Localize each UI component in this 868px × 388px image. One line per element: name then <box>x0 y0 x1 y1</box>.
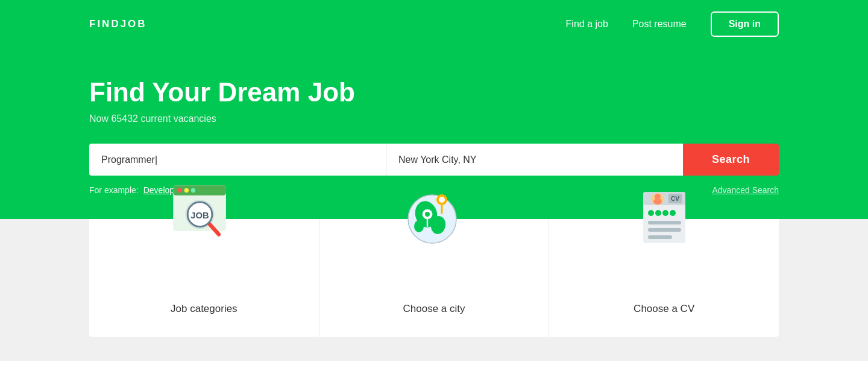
card-choose-cv-label: Choose a CV <box>634 303 694 315</box>
svg-point-16 <box>439 197 445 203</box>
svg-point-2 <box>178 188 182 192</box>
navbar: FINDJOB Find a job Post resume Sign in <box>0 0 868 48</box>
svg-point-18 <box>425 212 430 217</box>
sign-in-button[interactable]: Sign in <box>711 11 779 37</box>
job-categories-icon: JOB <box>168 180 240 252</box>
card-job-categories[interactable]: JOB Job categories <box>89 219 319 337</box>
logo: FINDJOB <box>89 18 147 30</box>
search-bar: Search <box>89 144 779 176</box>
svg-point-25 <box>653 199 662 205</box>
hero-subtitle: Now 65432 current vacancies <box>89 113 779 124</box>
cards-section: JOB Job categories <box>0 219 868 361</box>
card-choose-city[interactable]: Choose a city <box>319 219 549 337</box>
cards-container: JOB Job categories <box>89 219 779 337</box>
card-job-categories-label: Job categories <box>171 303 237 315</box>
svg-point-28 <box>662 210 668 216</box>
svg-text:CV: CV <box>671 196 679 202</box>
job-search-input[interactable] <box>89 144 386 176</box>
svg-point-3 <box>184 188 189 192</box>
svg-point-4 <box>191 188 195 192</box>
svg-text:JOB: JOB <box>191 211 209 220</box>
choose-cv-icon-wrapper: CV <box>625 177 703 255</box>
svg-point-13 <box>414 220 424 232</box>
hero-title: Find Your Dream Job <box>89 77 779 107</box>
svg-point-26 <box>648 210 654 216</box>
nav-post-resume[interactable]: Post resume <box>632 19 687 30</box>
nav-find-job[interactable]: Find a job <box>566 19 608 30</box>
hints-prefix: For example: <box>89 185 139 195</box>
job-categories-icon-wrapper: JOB <box>165 177 243 255</box>
search-button[interactable]: Search <box>683 144 779 176</box>
choose-city-icon-wrapper <box>395 177 473 255</box>
svg-rect-32 <box>648 235 672 239</box>
advanced-search-link[interactable]: Advanced Search <box>712 185 779 195</box>
svg-rect-31 <box>648 228 681 232</box>
card-choose-city-label: Choose a city <box>403 303 465 315</box>
card-choose-cv[interactable]: CV Choose a CV <box>549 219 779 337</box>
choose-city-icon <box>401 183 467 249</box>
svg-point-27 <box>655 210 661 216</box>
svg-rect-30 <box>648 221 681 224</box>
location-search-input[interactable] <box>386 144 683 176</box>
choose-cv-icon: CV <box>631 183 697 249</box>
svg-point-29 <box>670 210 676 216</box>
nav-links: Find a job Post resume Sign in <box>566 11 779 37</box>
